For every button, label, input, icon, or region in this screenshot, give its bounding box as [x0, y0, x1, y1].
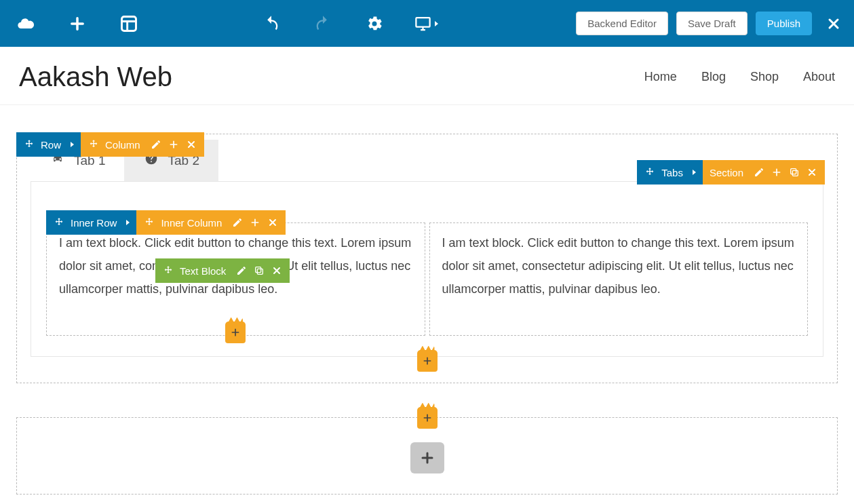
- chevron-right-icon[interactable]: [693, 170, 696, 175]
- copy-icon[interactable]: [253, 265, 265, 277]
- inner-column-2[interactable]: I am text block. Click edit button to ch…: [429, 222, 809, 336]
- add-element-button[interactable]: [225, 322, 246, 343]
- nav-about[interactable]: About: [803, 70, 835, 84]
- inner-row-label: Inner Row: [71, 217, 117, 229]
- nav-shop[interactable]: Shop: [750, 70, 779, 84]
- empty-row-container: [16, 417, 838, 495]
- move-icon[interactable]: [143, 216, 155, 229]
- chevron-right-icon[interactable]: [71, 142, 74, 147]
- add-element-button[interactable]: [417, 350, 438, 372]
- site-header: Aakash Web Home Blog Shop About: [0, 47, 854, 105]
- site-title: Aakash Web: [19, 62, 172, 92]
- save-draft-button[interactable]: Save Draft: [676, 12, 748, 35]
- responsive-preview-icon[interactable]: [414, 12, 438, 36]
- redo-icon[interactable]: [311, 12, 335, 36]
- move-icon[interactable]: [162, 265, 174, 277]
- inner-column-handle[interactable]: Inner Column: [136, 210, 286, 235]
- row-label: Row: [41, 139, 61, 151]
- edit-icon[interactable]: [150, 138, 162, 151]
- inner-column-1[interactable]: Text Block I am text block. Click edit b…: [46, 222, 425, 336]
- backend-editor-button[interactable]: Backend Editor: [576, 12, 668, 35]
- copy-icon[interactable]: [788, 166, 800, 178]
- editor-canvas: Row Column Tabs: [0, 105, 854, 504]
- publish-button[interactable]: Publish: [756, 12, 812, 35]
- move-icon[interactable]: [23, 138, 35, 151]
- edit-icon[interactable]: [231, 216, 244, 229]
- row-container: Tabs Section Tab 1: [16, 134, 838, 383]
- close-editor-icon[interactable]: [826, 16, 842, 32]
- tabs-handle[interactable]: Tabs: [637, 160, 703, 185]
- row-controls: Row Column: [16, 132, 204, 157]
- tab-panel: Inner Row Inner Column: [31, 181, 823, 357]
- edit-icon[interactable]: [235, 265, 248, 277]
- undo-icon[interactable]: [259, 12, 284, 36]
- tabs-label: Tabs: [661, 167, 683, 178]
- logo-icon[interactable]: [14, 12, 38, 36]
- editor-top-toolbar: Backend Editor Save Draft Publish: [0, 0, 854, 47]
- row-handle[interactable]: Row: [16, 132, 81, 157]
- text-block-content[interactable]: I am text block. Click edit button to ch…: [442, 231, 796, 301]
- close-icon[interactable]: [267, 216, 279, 229]
- inner-row-controls: Inner Row Inner Column: [46, 210, 286, 235]
- nav-home[interactable]: Home: [644, 70, 677, 84]
- inner-row-handle[interactable]: Inner Row: [46, 210, 136, 235]
- tabs-controls: Tabs Section: [637, 160, 825, 185]
- plus-icon[interactable]: [168, 138, 180, 151]
- move-icon[interactable]: [644, 166, 656, 178]
- add-row-button[interactable]: [410, 442, 444, 473]
- text-block-handle[interactable]: Text Block: [155, 258, 290, 283]
- add-element-button[interactable]: [417, 407, 438, 429]
- move-icon[interactable]: [88, 138, 100, 151]
- plus-icon[interactable]: [771, 166, 783, 178]
- nav-blog[interactable]: Blog: [701, 70, 726, 84]
- column-handle[interactable]: Column: [81, 132, 204, 157]
- section-handle[interactable]: Section: [703, 160, 825, 185]
- chevron-right-icon[interactable]: [126, 220, 130, 225]
- inner-column-label: Inner Column: [161, 217, 222, 229]
- close-icon[interactable]: [271, 265, 283, 277]
- site-nav: Home Blog Shop About: [644, 70, 835, 84]
- edit-icon[interactable]: [753, 166, 765, 178]
- section-label: Section: [710, 167, 743, 178]
- add-element-icon[interactable]: [65, 12, 90, 36]
- plus-icon[interactable]: [249, 216, 261, 229]
- text-block-label: Text Block: [180, 265, 226, 277]
- close-icon[interactable]: [806, 166, 818, 178]
- text-block-controls: Text Block: [155, 258, 290, 283]
- layout-templates-icon[interactable]: [117, 12, 141, 36]
- move-icon[interactable]: [53, 216, 65, 229]
- settings-gear-icon[interactable]: [362, 12, 387, 36]
- close-icon[interactable]: [185, 138, 197, 151]
- column-label: Column: [105, 139, 140, 151]
